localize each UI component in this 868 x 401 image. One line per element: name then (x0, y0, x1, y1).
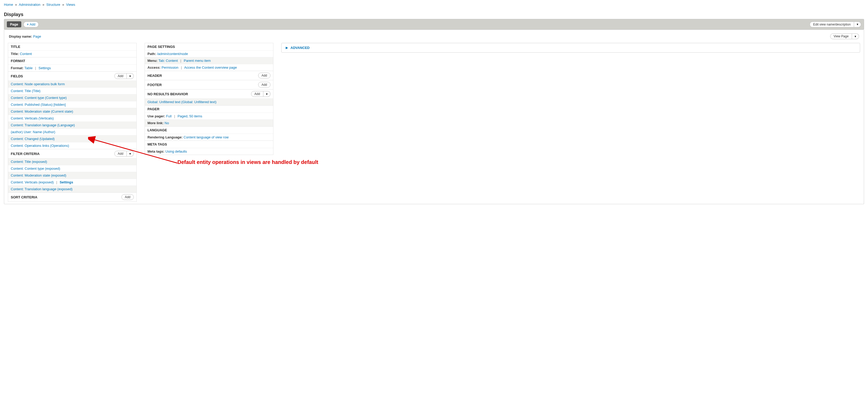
path-label: Path: (148, 52, 156, 56)
filter-item-settings[interactable]: Settings (60, 180, 73, 184)
access-label: Access: (148, 65, 161, 69)
view-page-button[interactable]: View Page (830, 33, 852, 39)
section-title-page-settings: PAGE SETTINGS (148, 45, 175, 49)
rendering-language-value[interactable]: Content language of view row (184, 135, 228, 139)
format-label: Format: (11, 66, 23, 70)
section-title-format: FORMAT (11, 59, 25, 63)
title-value[interactable]: Content (20, 52, 32, 56)
displays-heading: Displays (4, 12, 864, 17)
caret-down-icon: ▼ (129, 152, 131, 155)
display-name-value[interactable]: Page (33, 34, 41, 38)
field-item[interactable]: Content: Moderation state (Current state… (11, 110, 73, 113)
use-pager-extra[interactable]: Paged, 50 items (178, 114, 202, 118)
noresults-add-button[interactable]: Add (251, 91, 264, 97)
caret-down-icon: ▼ (129, 75, 131, 78)
column-left: TITLE Title: Content FORMAT Format: Tabl… (8, 43, 137, 202)
meta-tags-label: Meta tags: (148, 149, 164, 153)
breadcrumb-structure[interactable]: Structure (46, 3, 60, 7)
breadcrumb-home[interactable]: Home (4, 3, 13, 7)
breadcrumb-sep: » (41, 3, 45, 7)
title-label: Title: (11, 52, 19, 56)
section-title-filter: FILTER CRITERIA (11, 152, 40, 156)
caret-down-icon: ▼ (266, 93, 268, 95)
menu-label: Menu: (148, 59, 157, 63)
edit-view-name-button[interactable]: Edit view name/description (810, 22, 854, 27)
filter-item[interactable]: Content: Title (exposed) (11, 160, 47, 164)
more-link-label: More link: (148, 121, 163, 125)
path-value[interactable]: /admin/content/node (157, 52, 188, 56)
noresults-add-caret[interactable]: ▼ (264, 91, 271, 97)
view-page-group: View Page ▼ (830, 33, 859, 39)
field-item[interactable]: Content: Node operations bulk form (11, 82, 65, 86)
displays-bar: Page + Add Edit view name/description ▼ (4, 19, 864, 30)
view-panel: Display name: Page View Page ▼ TITLE Tit… (4, 30, 864, 204)
add-display-button[interactable]: + Add (23, 22, 39, 27)
section-title-meta: META TAGS (148, 142, 167, 146)
fields-add-caret[interactable]: ▼ (127, 73, 134, 79)
edit-view-name-group: Edit view name/description ▼ (810, 22, 861, 27)
field-item[interactable]: Content: Operations links (Operations) (11, 144, 69, 148)
access-extra[interactable]: Access the Content overview page (184, 65, 237, 69)
menu-parent[interactable]: Parent menu item (184, 59, 211, 63)
breadcrumb-sep: » (61, 3, 65, 7)
sort-add-button[interactable]: Add (121, 194, 134, 200)
section-title-noresults: NO RESULTS BEHAVIOR (148, 92, 188, 96)
column-right: ▶ ADVANCED (281, 43, 860, 53)
noresults-item[interactable]: Global: Unfiltered text (Global: Unfilte… (148, 100, 216, 104)
breadcrumb-sep: » (14, 3, 18, 7)
field-item[interactable]: Content: Changed (Updated) (11, 137, 55, 141)
access-value[interactable]: Permission (162, 65, 179, 69)
filter-item[interactable]: Content: Verticals (exposed) (11, 180, 54, 184)
section-title-header: HEADER (148, 74, 162, 78)
caret-down-icon: ▼ (854, 35, 857, 38)
more-link-value[interactable]: No (164, 121, 169, 125)
section-title-language: LANGUAGE (148, 128, 167, 132)
section-title-fields: FIELDS (11, 74, 23, 78)
use-pager-label: Use pager: (148, 114, 165, 118)
section-title-pager: PAGER (148, 107, 159, 111)
display-tab-page[interactable]: Page (7, 21, 21, 27)
meta-tags-value[interactable]: Using defaults (165, 149, 187, 153)
filter-add-button[interactable]: Add (114, 151, 127, 156)
format-settings[interactable]: Settings (39, 66, 51, 70)
filter-item[interactable]: Content: Content type (exposed) (11, 167, 60, 171)
filter-item[interactable]: Content: Translation language (exposed) (11, 187, 72, 191)
field-item[interactable]: Content: Title (Title) (11, 89, 40, 93)
edit-view-name-caret[interactable]: ▼ (854, 22, 861, 27)
triangle-right-icon: ▶ (286, 46, 288, 50)
section-title-title: TITLE (11, 45, 20, 49)
add-display-label: Add (30, 23, 35, 26)
filter-item[interactable]: Content: Moderation state (exposed) (11, 173, 66, 177)
display-name-label: Display name: (9, 34, 32, 38)
menu-value[interactable]: Tab: Content (158, 59, 178, 63)
display-name-row: Display name: Page View Page ▼ (8, 33, 860, 39)
section-title-sort: SORT CRITERIA (11, 195, 37, 199)
field-item[interactable]: Content: Published (Status) [hidden] (11, 103, 66, 107)
advanced-toggle[interactable]: ▶ ADVANCED (282, 43, 860, 52)
footer-add-button[interactable]: Add (258, 82, 271, 88)
field-item[interactable]: Content: Verticals (Verticals) (11, 116, 54, 120)
breadcrumb-views[interactable]: Views (66, 3, 75, 7)
fields-add-button[interactable]: Add (114, 73, 127, 79)
header-add-button[interactable]: Add (258, 73, 271, 78)
breadcrumb: Home » Administration » Structure » View… (4, 3, 864, 7)
field-item[interactable]: Content: Translation language (Language) (11, 123, 75, 127)
field-item[interactable]: Content: Content type (Content type) (11, 96, 66, 100)
section-title-footer: FOOTER (148, 83, 162, 87)
caret-down-icon: ▼ (856, 23, 859, 26)
advanced-label: ADVANCED (290, 46, 310, 50)
use-pager-value[interactable]: Full (166, 114, 172, 118)
field-item[interactable]: (author) User: Name (Author) (11, 130, 55, 134)
column-middle: PAGE SETTINGS Path: /admin/content/node … (145, 43, 273, 155)
format-value[interactable]: Table (25, 66, 33, 70)
filter-add-caret[interactable]: ▼ (127, 151, 134, 156)
rendering-language-label: Rendering Language: (148, 135, 183, 139)
breadcrumb-admin[interactable]: Administration (19, 3, 40, 7)
plus-icon: + (27, 23, 29, 26)
view-page-caret[interactable]: ▼ (852, 33, 859, 39)
